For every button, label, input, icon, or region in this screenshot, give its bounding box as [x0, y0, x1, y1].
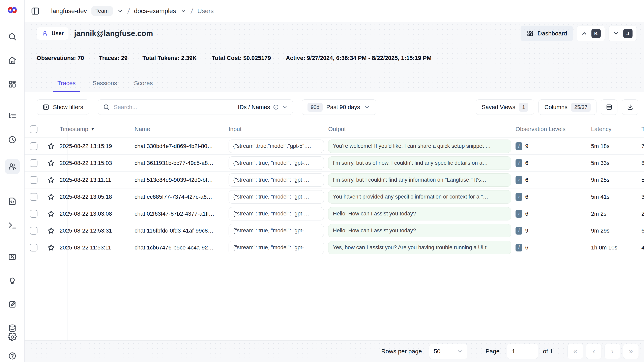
output-cell[interactable]: You’re welcome! If you’d like, I can sha… — [328, 140, 511, 153]
row-checkbox[interactable] — [30, 193, 38, 201]
sidebar-item-tracing[interactable] — [5, 112, 20, 120]
breadcrumb-page[interactable]: Users — [197, 8, 214, 15]
sidebar-item-support[interactable] — [8, 352, 17, 361]
table-row[interactable]: 2025-08-22 13:03:08 chat:02f63f47-87b2-4… — [24, 205, 644, 222]
show-filters-label: Show filters — [53, 104, 83, 110]
traces-table: Timestamp ▼ Name Input Output Observatio… — [24, 121, 644, 340]
row-height-button[interactable] — [601, 100, 618, 115]
column-header-output[interactable]: Output — [328, 126, 516, 132]
page-label: Page — [486, 348, 500, 355]
sidebar-item-playground[interactable] — [5, 221, 20, 230]
star-icon[interactable] — [47, 142, 55, 150]
info-circle-icon — [273, 104, 279, 110]
star-icon[interactable] — [47, 159, 55, 167]
rows-per-page-select[interactable]: 50 — [429, 344, 468, 359]
table-row[interactable]: 2025-08-22 13:15:19 chat:330bd4e7-d869-4… — [24, 138, 644, 155]
column-header-observation-levels[interactable]: Observation Levels — [516, 126, 591, 132]
output-cell[interactable]: I'm sorry, but I couldn't find any infor… — [328, 173, 511, 187]
input-cell[interactable]: {"stream": true, "model": "gpt-… — [228, 241, 324, 254]
latency-cell: 5m 41s — [591, 194, 642, 200]
input-cell[interactable]: {"stream": true, "model": "gpt-… — [228, 190, 324, 204]
last-page-button[interactable]: » — [623, 344, 639, 359]
input-cell[interactable]: {"stream": true, "model": "gpt-… — [228, 173, 324, 187]
star-icon[interactable] — [47, 244, 55, 252]
sidebar-item-judge[interactable] — [5, 276, 20, 285]
next-user-button[interactable]: J — [608, 26, 637, 41]
top-bar: langfuse-dev Team / docs-examples / User… — [24, 0, 644, 22]
star-icon[interactable] — [47, 193, 55, 201]
table-row[interactable]: 2025-08-22 13:11:11 chat:513e84e9-9039-4… — [24, 172, 644, 188]
star-icon[interactable] — [47, 227, 55, 235]
sidebar-item-evaluation[interactable] — [5, 252, 20, 261]
table-row[interactable]: 2025-08-22 11:53:11 chat:1cb67476-b5ce-4… — [24, 239, 644, 256]
info-level-icon: i — [516, 210, 522, 218]
breadcrumb-org[interactable]: langfuse-dev — [51, 8, 87, 15]
table-row[interactable]: 2025-08-22 12:53:31 chat:116fbfdc-0fd3-4… — [24, 222, 644, 239]
row-checkbox[interactable] — [30, 227, 38, 234]
sidebar-item-prompts[interactable] — [5, 197, 20, 206]
output-cell[interactable]: I'm sorry, but as of now, I couldn't fin… — [328, 156, 511, 170]
sidebar-item-dashboards[interactable] — [5, 80, 20, 88]
sidebar-item-home[interactable] — [5, 56, 20, 65]
star-icon[interactable] — [47, 210, 55, 218]
sidebar-toggle-icon[interactable] — [30, 6, 40, 16]
page-number-input[interactable] — [507, 344, 538, 359]
saved-views-button[interactable]: Saved Views 1 — [476, 100, 534, 115]
sidebar-item-users[interactable] — [5, 159, 20, 174]
sidebar-item-annotation[interactable] — [5, 300, 20, 309]
table-row[interactable]: 2025-08-22 13:15:03 chat:3611931b-bc77-4… — [24, 155, 644, 172]
timestamp-header-label: Timestamp — [60, 126, 88, 132]
breadcrumb-project[interactable]: docs-examples — [134, 8, 176, 15]
tab-traces[interactable]: Traces — [53, 76, 80, 92]
input-cell[interactable]: {"stream": true, "model": "gpt-… — [228, 207, 324, 220]
column-header-input[interactable]: Input — [228, 126, 328, 132]
sidebar-item-datasets[interactable] — [5, 324, 20, 332]
show-filters-button[interactable]: Show filters — [37, 100, 89, 115]
column-header-timestamp[interactable]: Timestamp ▼ — [60, 126, 134, 132]
select-all-checkbox[interactable] — [30, 126, 38, 133]
traces-panel: Show filters IDs / Names 90d Past 90 — [24, 92, 644, 341]
row-checkbox[interactable] — [30, 244, 38, 252]
table-row[interactable]: 2025-08-22 13:05:18 chat:ec685f77-7374-4… — [24, 188, 644, 205]
tab-scores[interactable]: Scores — [130, 76, 157, 92]
column-header-name[interactable]: Name — [134, 126, 228, 132]
tab-sessions[interactable]: Sessions — [88, 76, 121, 92]
langfuse-logo-icon[interactable] — [7, 5, 18, 15]
row-checkbox[interactable] — [30, 176, 38, 184]
input-cell[interactable]: {"stream":true,"model":"gpt-5",… — [228, 140, 324, 153]
output-cell[interactable]: You haven't provided any specific inform… — [328, 190, 511, 204]
user-header: User jannik@langfuse.com Dashboard K J — [24, 22, 644, 45]
column-header-clipped[interactable]: T — [642, 126, 644, 132]
filter-bar-right: Saved Views 1 Columns 25/37 — [476, 100, 638, 115]
previous-user-button[interactable]: K — [577, 26, 605, 41]
chevron-down-icon[interactable] — [117, 8, 123, 14]
search-scope-selector[interactable]: IDs / Names — [238, 104, 288, 110]
sidebar-item-settings[interactable] — [8, 332, 17, 342]
sidebar-item-sessions[interactable] — [5, 135, 20, 144]
clipboard-pen-icon — [8, 300, 17, 309]
download-icon — [626, 104, 634, 111]
search-input[interactable] — [114, 104, 234, 110]
chevron-down-icon[interactable] — [180, 8, 186, 14]
next-page-button[interactable]: › — [604, 344, 620, 359]
output-cell[interactable]: Hello! How can I assist you today? — [328, 207, 511, 220]
dashboard-button[interactable]: Dashboard — [520, 26, 573, 41]
export-button[interactable] — [622, 100, 638, 115]
row-checkbox[interactable] — [30, 210, 38, 218]
output-cell[interactable]: Hello! How can I assist you today? — [328, 224, 511, 237]
input-cell[interactable]: {"stream": true, "model": "gpt-… — [228, 156, 324, 170]
row-checkbox[interactable] — [30, 159, 38, 167]
date-range-button[interactable]: 90d Past 90 days — [302, 100, 376, 115]
observation-count: 9 — [525, 228, 528, 234]
first-page-button[interactable]: « — [568, 344, 583, 359]
columns-button[interactable]: Columns 25/37 — [538, 100, 596, 115]
sidebar-item-search[interactable] — [5, 32, 20, 41]
column-header-latency[interactable]: Latency — [591, 126, 642, 132]
star-icon[interactable] — [47, 176, 55, 184]
row-checkbox[interactable] — [30, 142, 38, 150]
date-range-badge: 90d — [308, 103, 322, 112]
dashboard-button-label: Dashboard — [538, 30, 567, 37]
previous-page-button[interactable]: ‹ — [586, 344, 602, 359]
output-cell[interactable]: Yes, how can I assist you? Are you havin… — [328, 241, 511, 254]
input-cell[interactable]: {"stream": true, "model": "gpt-… — [228, 224, 324, 237]
